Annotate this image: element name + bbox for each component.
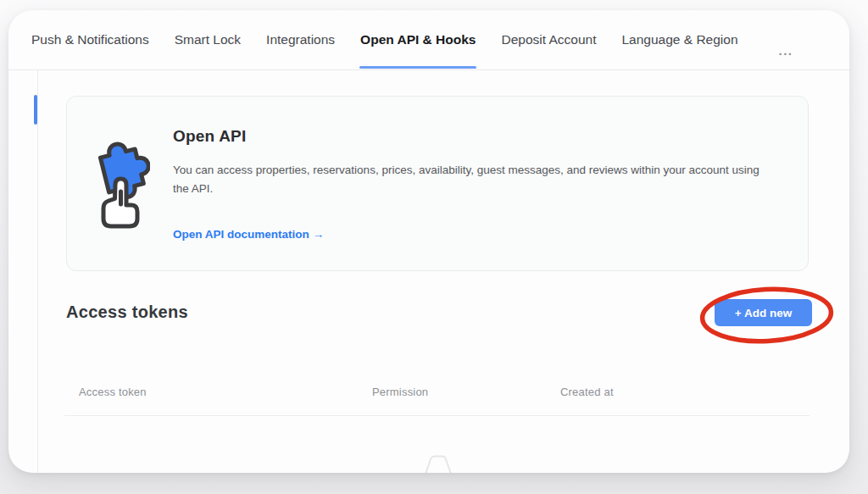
settings-tab-bar: Push & Notifications Smart Lock Integrat… <box>8 10 849 70</box>
access-tokens-title: Access tokens <box>66 303 188 322</box>
column-permission: Permission <box>372 386 428 398</box>
open-api-description: You can access properties, reservations,… <box>173 161 766 197</box>
open-api-info-panel: Open API You can access properties, rese… <box>66 96 809 271</box>
column-access-token: Access token <box>79 386 147 398</box>
scroll-indicator-thumb[interactable] <box>34 95 37 125</box>
table-header-divider <box>64 415 810 416</box>
open-api-title: Open API <box>173 127 246 146</box>
tab-deposit-account[interactable]: Deposit Account <box>501 10 596 69</box>
empty-state-box-icon <box>416 454 460 473</box>
open-api-documentation-link[interactable]: Open API documentation→ <box>173 228 324 241</box>
tab-open-api-hooks[interactable]: Open API & Hooks <box>360 10 476 69</box>
tab-language-region[interactable]: Language & Region <box>621 10 737 69</box>
settings-card: Push & Notifications Smart Lock Integrat… <box>8 10 849 473</box>
puzzle-piece-hand-icon <box>89 141 150 230</box>
link-label: Open API documentation <box>173 228 309 241</box>
tab-integrations[interactable]: Integrations <box>266 10 335 69</box>
tab-push-notifications[interactable]: Push & Notifications <box>31 10 149 69</box>
add-new-button-area: + Add new <box>715 299 812 326</box>
add-new-token-button[interactable]: + Add new <box>715 299 812 326</box>
content-left-divider <box>37 70 38 473</box>
more-tabs-button[interactable]: ... <box>779 43 793 69</box>
tab-smart-lock[interactable]: Smart Lock <box>175 10 241 69</box>
column-created-at: Created at <box>560 386 614 398</box>
arrow-right-icon: → <box>313 228 325 241</box>
